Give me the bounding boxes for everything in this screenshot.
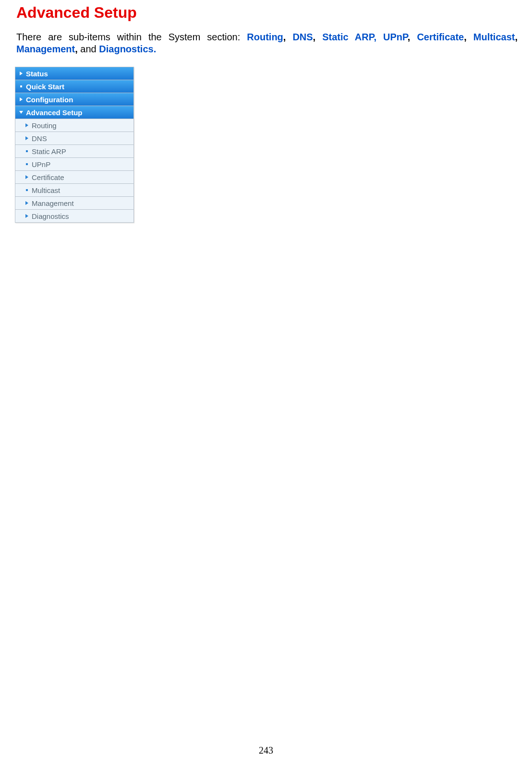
nav-label: DNS [32,134,131,143]
link-multicast: Multicast [473,32,515,42]
nav-subitem-static-arp[interactable]: Static ARP [15,145,133,158]
svg-marker-4 [25,123,28,127]
link-management: Management [16,44,75,54]
dot-icon [18,84,24,89]
chevron-right-icon [24,201,30,205]
sep: , [408,32,417,42]
chevron-down-icon [18,110,24,114]
chevron-right-icon [24,136,30,141]
nav-label: Multicast [32,186,131,194]
link-routing: Routing [247,32,283,42]
sep: , [515,32,518,42]
dot-icon [24,162,30,167]
nav-item-configuration[interactable]: Configuration [15,93,133,106]
nav-item-status[interactable]: Status [15,67,133,80]
chevron-right-icon [24,123,30,128]
nav-label: Quick Start [26,83,131,91]
nav-subitem-dns[interactable]: DNS [15,132,133,145]
sep: , [313,32,323,42]
svg-marker-10 [25,201,28,205]
nav-label: Static ARP [32,147,131,156]
sidebar-nav: Status Quick Start Configuration Advance… [15,67,134,223]
chevron-right-icon [18,97,24,102]
nav-subitem-multicast[interactable]: Multicast [15,184,133,197]
svg-marker-8 [25,175,28,179]
sep: , [464,32,473,42]
nav-subitem-upnp[interactable]: UPnP [15,158,133,171]
nav-label: Configuration [26,96,131,104]
page: Advanced Setup There are sub-items withi… [0,0,532,780]
nav-subitem-management[interactable]: Management [15,197,133,210]
page-title: Advanced Setup [16,4,518,22]
link-certificate: Certificate [417,32,464,42]
link-upnp: UPnP [383,32,408,42]
nav-item-quick-start[interactable]: Quick Start [15,80,133,93]
link-static-arp: Static ARP, [322,32,376,42]
nav-subitem-certificate[interactable]: Certificate [15,171,133,184]
link-diagnostics: Diagnostics. [99,44,156,54]
chevron-right-icon [24,214,30,218]
svg-marker-0 [20,72,23,75]
chevron-right-icon [18,71,24,76]
intro-and: and [78,44,99,54]
dot-icon [24,149,30,154]
nav-label: Certificate [32,173,131,181]
sep: , [283,32,293,42]
svg-rect-6 [26,150,28,152]
nav-label: Advanced Setup [26,108,131,117]
svg-marker-11 [25,214,28,218]
page-number: 243 [0,745,532,756]
nav-subitem-routing[interactable]: Routing [15,119,133,132]
chevron-right-icon [24,175,30,180]
svg-rect-7 [26,163,28,165]
intro-prefix: There are sub-items within the System se… [16,32,247,42]
intro-paragraph: There are sub-items within the System se… [16,31,518,55]
nav-item-advanced-setup[interactable]: Advanced Setup [15,106,133,119]
svg-marker-3 [19,111,23,114]
nav-label: UPnP [32,160,131,168]
nav-label: Status [26,70,131,78]
nav-label: Diagnostics [32,212,131,220]
dot-icon [24,188,30,192]
link-dns: DNS [292,32,313,42]
svg-rect-9 [26,189,28,191]
svg-marker-5 [25,136,28,140]
nav-label: Management [32,199,131,207]
nav-subitem-diagnostics[interactable]: Diagnostics [15,210,133,223]
svg-rect-1 [20,85,22,87]
svg-marker-2 [20,97,23,101]
nav-label: Routing [32,121,131,130]
